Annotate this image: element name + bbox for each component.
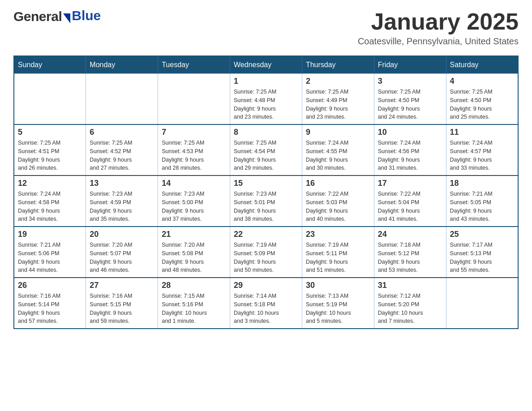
day-info: Sunrise: 7:25 AMSunset: 4:53 PMDaylight:…	[162, 139, 226, 172]
day-number: 14	[162, 179, 226, 188]
day-number: 30	[306, 281, 370, 290]
day-number: 9	[306, 128, 370, 137]
day-number: 12	[18, 179, 82, 188]
day-info: Sunrise: 7:25 AMSunset: 4:54 PMDaylight:…	[234, 139, 298, 172]
calendar-cell: 19Sunrise: 7:21 AMSunset: 5:06 PMDayligh…	[14, 227, 86, 278]
day-number: 2	[306, 77, 370, 86]
calendar-week-row: 26Sunrise: 7:16 AMSunset: 5:14 PMDayligh…	[14, 278, 518, 329]
logo-blue-text: Blue	[72, 8, 101, 23]
day-number: 28	[162, 281, 226, 290]
title-section: January 2025 Coatesville, Pennsylvania, …	[358, 9, 519, 47]
day-info: Sunrise: 7:25 AMSunset: 4:50 PMDaylight:…	[378, 88, 442, 121]
logo: General Blue	[13, 9, 101, 24]
day-number: 16	[306, 179, 370, 188]
calendar-cell	[14, 74, 86, 125]
calendar-cell: 23Sunrise: 7:19 AMSunset: 5:11 PMDayligh…	[302, 227, 374, 278]
calendar-cell	[86, 74, 158, 125]
calendar-day-header: Tuesday	[158, 56, 230, 74]
day-number: 17	[378, 179, 442, 188]
logo-general-text: General	[13, 9, 62, 24]
day-number: 29	[234, 281, 298, 290]
day-info: Sunrise: 7:24 AMSunset: 4:57 PMDaylight:…	[450, 139, 514, 172]
calendar-week-row: 12Sunrise: 7:24 AMSunset: 4:58 PMDayligh…	[14, 176, 518, 227]
calendar-cell	[158, 74, 230, 125]
day-info: Sunrise: 7:25 AMSunset: 4:51 PMDaylight:…	[18, 139, 82, 172]
day-info: Sunrise: 7:24 AMSunset: 4:55 PMDaylight:…	[306, 139, 370, 172]
calendar-cell: 20Sunrise: 7:20 AMSunset: 5:07 PMDayligh…	[86, 227, 158, 278]
day-info: Sunrise: 7:13 AMSunset: 5:19 PMDaylight:…	[306, 292, 370, 325]
calendar-cell: 14Sunrise: 7:23 AMSunset: 5:00 PMDayligh…	[158, 176, 230, 227]
calendar-week-row: 19Sunrise: 7:21 AMSunset: 5:06 PMDayligh…	[14, 227, 518, 278]
calendar-cell: 17Sunrise: 7:22 AMSunset: 5:04 PMDayligh…	[374, 176, 446, 227]
calendar-cell: 7Sunrise: 7:25 AMSunset: 4:53 PMDaylight…	[158, 124, 230, 176]
day-info: Sunrise: 7:19 AMSunset: 5:09 PMDaylight:…	[234, 241, 298, 274]
day-info: Sunrise: 7:12 AMSunset: 5:20 PMDaylight:…	[378, 292, 442, 325]
day-number: 23	[306, 230, 370, 239]
calendar-cell: 8Sunrise: 7:25 AMSunset: 4:54 PMDaylight…	[230, 124, 302, 176]
day-info: Sunrise: 7:22 AMSunset: 5:04 PMDaylight:…	[378, 190, 442, 223]
day-number: 6	[90, 128, 154, 137]
calendar-cell: 22Sunrise: 7:19 AMSunset: 5:09 PMDayligh…	[230, 227, 302, 278]
calendar-day-header: Friday	[374, 56, 446, 74]
day-number: 25	[450, 230, 514, 239]
calendar-cell: 27Sunrise: 7:16 AMSunset: 5:15 PMDayligh…	[86, 278, 158, 329]
calendar-day-header: Sunday	[14, 56, 86, 74]
day-number: 22	[234, 230, 298, 239]
calendar-week-row: 5Sunrise: 7:25 AMSunset: 4:51 PMDaylight…	[14, 124, 518, 176]
day-number: 31	[378, 281, 442, 290]
calendar-day-header: Thursday	[302, 56, 374, 74]
calendar-cell: 4Sunrise: 7:25 AMSunset: 4:50 PMDaylight…	[446, 74, 518, 125]
logo-container: General	[13, 9, 72, 24]
calendar-cell: 3Sunrise: 7:25 AMSunset: 4:50 PMDaylight…	[374, 74, 446, 125]
calendar-cell: 30Sunrise: 7:13 AMSunset: 5:19 PMDayligh…	[302, 278, 374, 329]
calendar-week-row: 1Sunrise: 7:25 AMSunset: 4:48 PMDaylight…	[14, 74, 518, 125]
day-number: 15	[234, 179, 298, 188]
day-number: 20	[90, 230, 154, 239]
day-number: 21	[162, 230, 226, 239]
day-info: Sunrise: 7:20 AMSunset: 5:07 PMDaylight:…	[90, 241, 154, 274]
location: Coatesville, Pennsylvania, United States	[358, 36, 519, 47]
day-number: 4	[450, 77, 514, 86]
day-number: 7	[162, 128, 226, 137]
day-info: Sunrise: 7:23 AMSunset: 4:59 PMDaylight:…	[90, 190, 154, 223]
day-info: Sunrise: 7:18 AMSunset: 5:12 PMDaylight:…	[378, 241, 442, 274]
calendar-day-header: Monday	[86, 56, 158, 74]
calendar-day-header: Saturday	[446, 56, 518, 74]
calendar-cell: 11Sunrise: 7:24 AMSunset: 4:57 PMDayligh…	[446, 124, 518, 176]
day-info: Sunrise: 7:15 AMSunset: 5:16 PMDaylight:…	[162, 292, 226, 325]
day-info: Sunrise: 7:20 AMSunset: 5:08 PMDaylight:…	[162, 241, 226, 274]
calendar-cell: 6Sunrise: 7:25 AMSunset: 4:52 PMDaylight…	[86, 124, 158, 176]
calendar-header-row: SundayMondayTuesdayWednesdayThursdayFrid…	[14, 56, 518, 74]
day-info: Sunrise: 7:23 AMSunset: 5:01 PMDaylight:…	[234, 190, 298, 223]
logo-triangle-icon	[63, 13, 70, 23]
day-number: 1	[234, 77, 298, 86]
calendar-cell: 16Sunrise: 7:22 AMSunset: 5:03 PMDayligh…	[302, 176, 374, 227]
day-info: Sunrise: 7:23 AMSunset: 5:00 PMDaylight:…	[162, 190, 226, 223]
calendar-cell: 12Sunrise: 7:24 AMSunset: 4:58 PMDayligh…	[14, 176, 86, 227]
calendar-cell: 29Sunrise: 7:14 AMSunset: 5:18 PMDayligh…	[230, 278, 302, 329]
day-info: Sunrise: 7:19 AMSunset: 5:11 PMDaylight:…	[306, 241, 370, 274]
day-info: Sunrise: 7:21 AMSunset: 5:06 PMDaylight:…	[18, 241, 82, 274]
month-title: January 2025	[358, 9, 519, 34]
calendar-cell	[446, 278, 518, 329]
calendar-cell: 15Sunrise: 7:23 AMSunset: 5:01 PMDayligh…	[230, 176, 302, 227]
day-number: 27	[90, 281, 154, 290]
day-info: Sunrise: 7:25 AMSunset: 4:49 PMDaylight:…	[306, 88, 370, 121]
day-number: 24	[378, 230, 442, 239]
day-info: Sunrise: 7:25 AMSunset: 4:52 PMDaylight:…	[90, 139, 154, 172]
day-info: Sunrise: 7:25 AMSunset: 4:50 PMDaylight:…	[450, 88, 514, 121]
page-header: General Blue January 2025 Coatesville, P…	[13, 9, 519, 47]
day-info: Sunrise: 7:24 AMSunset: 4:58 PMDaylight:…	[18, 190, 82, 223]
calendar-cell: 26Sunrise: 7:16 AMSunset: 5:14 PMDayligh…	[14, 278, 86, 329]
calendar-table: SundayMondayTuesdayWednesdayThursdayFrid…	[13, 56, 519, 329]
calendar-cell: 10Sunrise: 7:24 AMSunset: 4:56 PMDayligh…	[374, 124, 446, 176]
day-number: 5	[18, 128, 82, 137]
day-info: Sunrise: 7:24 AMSunset: 4:56 PMDaylight:…	[378, 139, 442, 172]
calendar-cell: 24Sunrise: 7:18 AMSunset: 5:12 PMDayligh…	[374, 227, 446, 278]
day-info: Sunrise: 7:25 AMSunset: 4:48 PMDaylight:…	[234, 88, 298, 121]
day-info: Sunrise: 7:21 AMSunset: 5:05 PMDaylight:…	[450, 190, 514, 223]
calendar-cell: 1Sunrise: 7:25 AMSunset: 4:48 PMDaylight…	[230, 74, 302, 125]
day-number: 26	[18, 281, 82, 290]
calendar-cell: 31Sunrise: 7:12 AMSunset: 5:20 PMDayligh…	[374, 278, 446, 329]
day-number: 8	[234, 128, 298, 137]
